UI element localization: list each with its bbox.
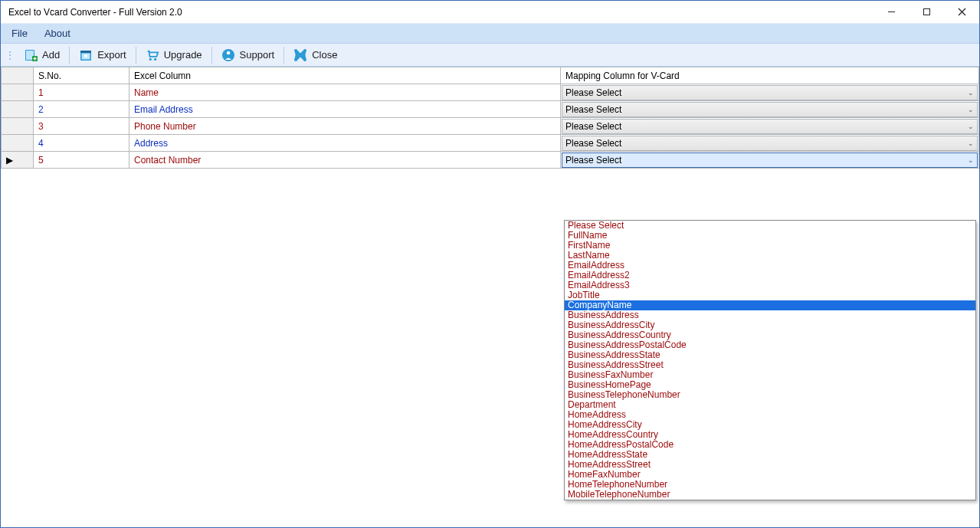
row-indicator	[2, 135, 34, 152]
cell-excel-column: Phone Number	[129, 118, 561, 135]
mapping-grid: S.No. Excel Column Mapping Column for V-…	[1, 67, 979, 169]
add-icon	[24, 48, 38, 62]
toolbar-separator	[69, 47, 70, 64]
dropdown-option[interactable]: EmailAddress3	[565, 280, 975, 290]
export-icon	[79, 48, 93, 62]
add-button[interactable]: Add	[16, 44, 67, 66]
support-button[interactable]: Support	[214, 44, 283, 66]
combobox-value: Please Select	[565, 87, 621, 98]
row-indicator	[2, 84, 34, 101]
export-button[interactable]: Export	[71, 44, 134, 66]
support-label: Support	[240, 49, 275, 61]
cell-mapping: Please Select⌄	[561, 135, 979, 152]
svg-point-12	[84, 54, 87, 57]
mapping-dropdown[interactable]: Please SelectFullNameFirstNameLastNameEm…	[564, 220, 976, 500]
dropdown-option[interactable]: Department	[565, 400, 975, 410]
toolbar-separator	[284, 47, 284, 64]
toolbar-grip: ⋮	[4, 50, 16, 61]
menu-file[interactable]: File	[11, 28, 28, 39]
row-indicator	[2, 118, 34, 135]
combobox-value: Please Select	[565, 138, 621, 149]
header-mapping-column[interactable]: Mapping Column for V-Card	[561, 67, 979, 84]
menubar: File About	[1, 24, 979, 44]
svg-rect-11	[80, 51, 91, 53]
close-icon	[293, 48, 307, 62]
toolbar-separator	[211, 47, 212, 64]
chevron-down-icon: ⌄	[968, 106, 974, 113]
cell-sno: 1	[34, 84, 129, 101]
maximize-button[interactable]	[909, 1, 944, 24]
chevron-down-icon: ⌄	[968, 156, 974, 164]
cell-excel-column: Email Address	[129, 101, 561, 118]
svg-rect-1	[923, 9, 929, 15]
chevron-down-icon: ⌄	[968, 123, 974, 130]
table-row[interactable]: 1NamePlease Select⌄	[2, 84, 979, 101]
upgrade-button[interactable]: Upgrade	[138, 44, 210, 66]
table-row[interactable]: 4AddressPlease Select⌄	[2, 135, 979, 152]
chevron-down-icon: ⌄	[968, 89, 974, 97]
table-row[interactable]: 2Email AddressPlease Select⌄	[2, 101, 979, 118]
mapping-combobox[interactable]: Please Select⌄	[562, 136, 978, 151]
dropdown-option[interactable]: FirstName	[565, 241, 975, 251]
combobox-value: Please Select	[565, 121, 621, 132]
cell-sno: 2	[34, 101, 129, 118]
window-controls	[873, 1, 979, 24]
export-label: Export	[97, 49, 126, 61]
dropdown-option[interactable]: LastName	[565, 251, 975, 261]
toolbar: ⋮ Add Export Upgrade Support	[1, 44, 979, 67]
app-window: Excel to Vcard Converter - Full Version …	[0, 0, 980, 528]
dropdown-option[interactable]: FullName	[565, 231, 975, 241]
header-sno[interactable]: S.No.	[34, 67, 129, 84]
cell-sno: 4	[34, 135, 129, 152]
toolbar-separator	[136, 47, 136, 64]
combobox-value: Please Select	[565, 155, 621, 166]
cell-excel-column: Contact Number	[129, 152, 561, 169]
cell-mapping: Please Select⌄	[561, 84, 979, 101]
cell-excel-column: Name	[129, 84, 561, 101]
mapping-combobox[interactable]: Please Select⌄	[562, 119, 978, 134]
header-indicator	[2, 67, 34, 84]
cell-sno: 3	[34, 118, 129, 135]
row-indicator	[2, 101, 34, 118]
upgrade-label: Upgrade	[164, 49, 202, 61]
header-excel-column[interactable]: Excel Column	[129, 67, 561, 84]
svg-point-13	[149, 57, 151, 60]
upgrade-icon	[146, 48, 159, 62]
dropdown-option[interactable]: Please Select	[565, 221, 975, 231]
close-button[interactable]: Close	[286, 44, 345, 66]
table-row[interactable]: ▶5Contact NumberPlease Select⌄	[2, 152, 979, 169]
cell-mapping: Please Select⌄	[561, 118, 979, 135]
titlebar: Excel to Vcard Converter - Full Version …	[1, 1, 979, 24]
window-title: Excel to Vcard Converter - Full Version …	[8, 7, 182, 18]
content-area: S.No. Excel Column Mapping Column for V-…	[1, 67, 979, 527]
close-window-button[interactable]	[944, 1, 979, 24]
dropdown-option[interactable]: MobileTelephoneNumber	[565, 490, 975, 500]
minimize-button[interactable]	[873, 1, 909, 24]
cell-mapping: Please Select⌄	[561, 101, 979, 118]
mapping-combobox[interactable]: Please Select⌄	[562, 152, 978, 168]
mapping-combobox[interactable]: Please Select⌄	[562, 102, 978, 117]
svg-point-16	[226, 51, 230, 54]
combobox-value: Please Select	[565, 104, 621, 115]
dropdown-option[interactable]: BusinessTelephoneNumber	[565, 390, 975, 400]
mapping-combobox[interactable]: Please Select⌄	[562, 85, 978, 100]
add-label: Add	[42, 49, 60, 61]
support-icon	[221, 48, 235, 62]
close-label: Close	[312, 49, 337, 61]
menu-about[interactable]: About	[44, 28, 70, 39]
cell-excel-column: Address	[129, 135, 561, 152]
cell-mapping: Please Select⌄	[561, 152, 979, 169]
cell-sno: 5	[34, 152, 129, 169]
table-row[interactable]: 3Phone NumberPlease Select⌄	[2, 118, 979, 135]
svg-point-14	[154, 57, 156, 60]
row-indicator: ▶	[2, 152, 34, 169]
chevron-down-icon: ⌄	[968, 139, 974, 147]
